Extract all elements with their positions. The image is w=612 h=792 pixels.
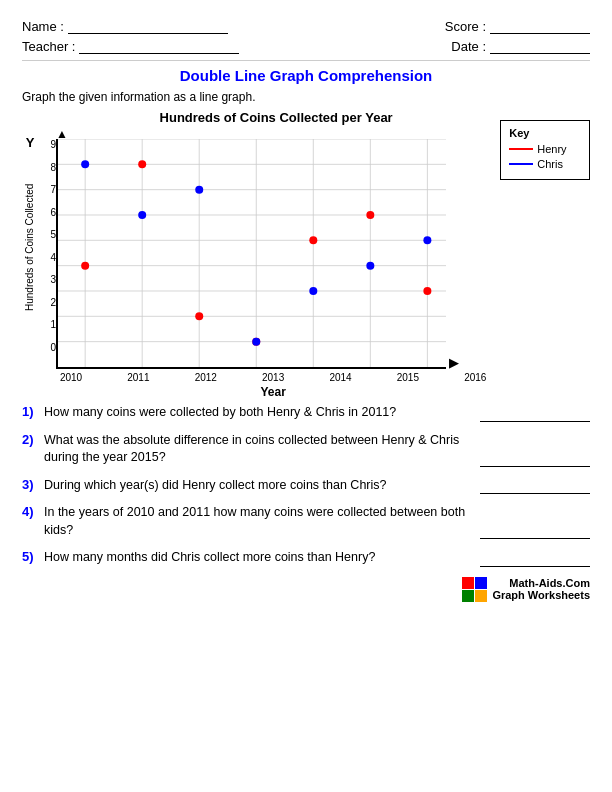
y-tick-1: 1 <box>40 319 56 330</box>
x-axis-label: Year <box>56 385 490 399</box>
q1-num: 1) <box>22 404 40 419</box>
teacher-label: Teacher : <box>22 39 75 54</box>
q3-answer-line[interactable] <box>480 478 590 494</box>
svg-point-24 <box>138 211 146 219</box>
score-label: Score : <box>445 19 486 34</box>
key-item-henry: Henry <box>509 143 581 155</box>
question-1: 1) How many coins were collected by both… <box>22 404 590 422</box>
chart-title: Hundreds of Coins Collected per Year <box>62 110 490 125</box>
svg-point-21 <box>366 211 374 219</box>
y-tick-9: 9 <box>40 139 56 150</box>
question-2: 2) What was the absolute difference in c… <box>22 432 590 467</box>
x-axis-arrow: ▶ <box>449 356 458 370</box>
svg-point-29 <box>423 236 431 244</box>
plot-area: ▲ ▶ <box>56 139 446 369</box>
y-tick-2: 2 <box>40 297 56 308</box>
q4-num: 4) <box>22 504 40 519</box>
svg-point-26 <box>252 338 260 346</box>
q5-text: How many months did Chris collect more c… <box>44 549 474 567</box>
footer-brand: Math-Aids.Com Graph Worksheets <box>492 577 590 601</box>
svg-point-22 <box>423 287 431 295</box>
x-label-2011: 2011 <box>123 372 153 383</box>
footer-line1: Math-Aids.Com <box>492 577 590 589</box>
chart-svg <box>58 139 446 367</box>
y-tick-5: 5 <box>40 229 56 240</box>
q4-text: In the years of 2010 and 2011 how many c… <box>44 504 474 539</box>
q1-text: How many coins were collected by both He… <box>44 404 474 422</box>
henry-label: Henry <box>537 143 566 155</box>
x-label-2014: 2014 <box>326 372 356 383</box>
svg-point-23 <box>81 160 89 168</box>
y-tick-8: 8 <box>40 162 56 173</box>
svg-point-16 <box>81 262 89 270</box>
key-item-chris: Chris <box>509 158 581 170</box>
question-4: 4) In the years of 2010 and 2011 how man… <box>22 504 590 539</box>
y-tick-0: 0 <box>40 342 56 353</box>
q2-num: 2) <box>22 432 40 447</box>
chris-line-icon <box>509 163 533 165</box>
footer-icon <box>462 577 487 602</box>
svg-point-18 <box>195 312 203 320</box>
q2-answer-line[interactable] <box>480 451 590 467</box>
name-label: Name : <box>22 19 64 34</box>
svg-point-25 <box>195 186 203 194</box>
question-3: 3) During which year(s) did Henry collec… <box>22 477 590 495</box>
x-label-2016: 2016 <box>460 372 490 383</box>
q4-answer-line[interactable] <box>480 523 590 539</box>
y-tick-4: 4 <box>40 252 56 263</box>
y-axis-letter: Y <box>26 135 35 150</box>
x-label-2015: 2015 <box>393 372 423 383</box>
y-tick-6: 6 <box>40 207 56 218</box>
instruction-text: Graph the given information as a line gr… <box>22 90 590 104</box>
x-label-2010: 2010 <box>56 372 86 383</box>
q1-answer-line[interactable] <box>480 406 590 422</box>
q3-num: 3) <box>22 477 40 492</box>
q5-num: 5) <box>22 549 40 564</box>
key-title: Key <box>509 127 581 139</box>
svg-point-27 <box>309 287 317 295</box>
svg-point-17 <box>138 160 146 168</box>
svg-point-28 <box>366 262 374 270</box>
x-label-2013: 2013 <box>258 372 288 383</box>
q5-answer-line[interactable] <box>480 551 590 567</box>
q3-text: During which year(s) did Henry collect m… <box>44 477 474 495</box>
footer: Math-Aids.Com Graph Worksheets <box>22 577 590 602</box>
q2-text: What was the absolute difference in coin… <box>44 432 474 467</box>
question-5: 5) How many months did Chris collect mor… <box>22 549 590 567</box>
y-tick-3: 3 <box>40 274 56 285</box>
x-label-2012: 2012 <box>191 372 221 383</box>
date-label: Date : <box>451 39 486 54</box>
y-tick-7: 7 <box>40 184 56 195</box>
y-axis-label: Hundreds of Coins Collected <box>25 152 35 342</box>
key-box: Key Henry Chris <box>500 120 590 180</box>
footer-line2: Graph Worksheets <box>492 589 590 601</box>
section-title: Double Line Graph Comprehension <box>22 67 590 84</box>
svg-point-20 <box>309 236 317 244</box>
henry-line-icon <box>509 148 533 150</box>
questions-section: 1) How many coins were collected by both… <box>22 404 590 567</box>
chris-label: Chris <box>537 158 563 170</box>
